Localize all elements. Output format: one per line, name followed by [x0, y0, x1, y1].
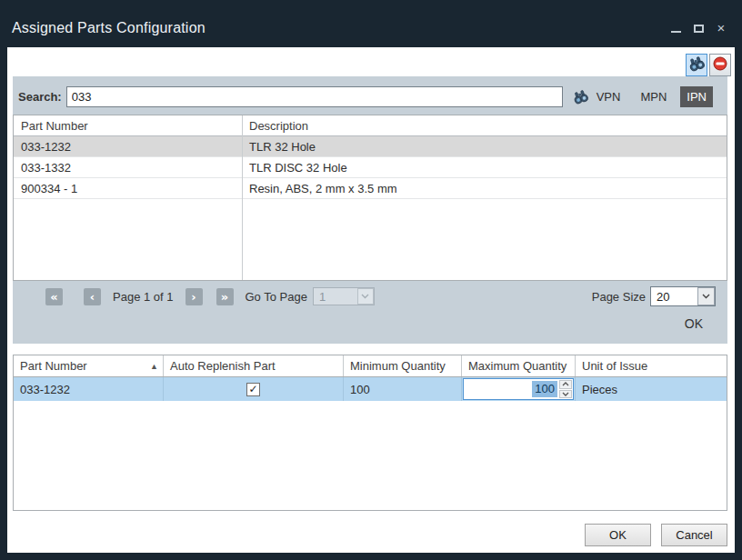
maximize-button[interactable]: [692, 22, 705, 35]
window-controls: ×: [669, 22, 727, 35]
cell-part-number: 900334 - 1: [14, 182, 242, 195]
page-indicator: Page 1 of 1: [113, 290, 174, 304]
search-row: Search: VPN MPN IPN: [18, 85, 720, 107]
search-results-table: Part Number Description 033-1232 TLR 32 …: [13, 115, 727, 281]
page-size-combobox[interactable]: 20: [650, 286, 716, 306]
stop-icon: [713, 56, 727, 74]
column-header-auto-replenish[interactable]: Auto Replenish Part: [164, 355, 344, 376]
spinner-up-button[interactable]: [559, 380, 572, 389]
table-row[interactable]: 900334 - 1 Resin, ABS, 2 mm x 3.5 mm: [14, 178, 727, 199]
search-panel: Search: VPN MPN IPN: [13, 76, 727, 344]
column-header-unit-of-issue[interactable]: Unit of Issue: [576, 355, 727, 376]
first-page-button[interactable]: «: [45, 288, 63, 305]
table-row[interactable]: 033-1332 TLR DISC 32 Hole: [14, 157, 727, 178]
assigned-part-row[interactable]: 033-1232 ✓ 100 100: [14, 377, 727, 401]
spinner-down-button[interactable]: [559, 390, 572, 399]
goto-page-combobox[interactable]: 1: [313, 287, 375, 305]
last-page-button[interactable]: »: [216, 288, 234, 305]
minimize-button[interactable]: [669, 22, 682, 35]
sort-ascending-icon: ▲: [150, 362, 158, 371]
page-size-label: Page Size: [592, 290, 646, 304]
previous-page-button[interactable]: ‹: [84, 288, 101, 305]
column-header-description[interactable]: Description: [242, 119, 727, 133]
column-label: Part Number: [20, 359, 87, 373]
binoculars-icon[interactable]: [573, 89, 588, 105]
goto-page-label: Go To Page: [246, 290, 307, 304]
chevron-down-icon: [357, 288, 374, 305]
chevron-down-icon[interactable]: [697, 287, 715, 305]
filter-button-mpn[interactable]: MPN: [634, 86, 673, 107]
selected-text: 100: [532, 381, 557, 397]
close-button[interactable]: ×: [715, 22, 727, 35]
cell-minimum-quantity: 100: [344, 377, 462, 401]
filter-button-ipn[interactable]: IPN: [680, 86, 713, 107]
column-header-minimum-quantity[interactable]: Minimum Quantity: [344, 355, 462, 376]
part-number-filter-group: VPN MPN IPN: [590, 86, 713, 107]
cancel-button[interactable]: Cancel: [661, 524, 727, 546]
column-divider: [242, 115, 243, 280]
cell-description: TLR 32 Hole: [242, 140, 727, 154]
cell-part-number: 033-1332: [14, 161, 242, 175]
cell-description: Resin, ABS, 2 mm x 3.5 mm: [242, 182, 727, 195]
column-header-part-number[interactable]: Part Number ▲: [14, 355, 164, 376]
search-tool-button[interactable]: [686, 54, 707, 76]
minimize-icon: [671, 31, 681, 33]
table-row[interactable]: 033-1232 TLR 32 Hole: [14, 136, 727, 157]
cell-auto-replenish: ✓: [164, 377, 344, 401]
filter-button-vpn[interactable]: VPN: [590, 86, 627, 107]
dialog-content: Search: VPN MPN IPN: [7, 47, 735, 553]
cell-description: TLR DISC 32 Hole: [242, 161, 727, 175]
binoculars-icon: [688, 55, 705, 75]
check-icon: ✓: [248, 383, 257, 395]
column-header-maximum-quantity[interactable]: Maximum Quantity: [462, 355, 576, 376]
spinner-buttons: [558, 379, 573, 399]
page-size-value: 20: [651, 290, 697, 304]
top-toolbar: [686, 54, 731, 76]
cell-maximum-quantity: 100: [462, 377, 576, 401]
assigned-parts-table: Part Number ▲ Auto Replenish Part Minimu…: [13, 355, 727, 511]
auto-replenish-checkbox[interactable]: ✓: [246, 383, 260, 396]
search-label: Search:: [18, 90, 62, 104]
maximum-quantity-input[interactable]: 100: [464, 379, 558, 399]
pagination-bar: « ‹ Page 1 of 1 › » Go To Page 1 Page Si…: [13, 285, 727, 307]
dialog-footer: OK Cancel: [585, 524, 727, 546]
assigned-parts-header: Part Number ▲ Auto Replenish Part Minimu…: [14, 355, 727, 377]
title-bar: Assigned Parts Configuration ×: [0, 0, 742, 47]
stop-tool-button[interactable]: [709, 54, 731, 76]
goto-page-value: 1: [314, 290, 357, 304]
panel-ok-button[interactable]: OK: [685, 316, 703, 331]
ok-button[interactable]: OK: [585, 524, 651, 546]
next-page-button[interactable]: ›: [186, 288, 203, 305]
search-results-header: Part Number Description: [14, 115, 727, 136]
maximum-quantity-spinner[interactable]: 100: [463, 378, 574, 400]
column-header-part-number[interactable]: Part Number: [14, 119, 242, 133]
search-input[interactable]: [66, 86, 563, 107]
cell-unit-of-issue: Pieces: [576, 377, 727, 401]
close-icon: ×: [717, 22, 726, 35]
dialog-title: Assigned Parts Configuration: [12, 20, 206, 36]
cell-part-number: 033-1232: [14, 377, 164, 401]
maximize-icon: [694, 25, 704, 33]
cell-part-number: 033-1232: [14, 140, 242, 154]
